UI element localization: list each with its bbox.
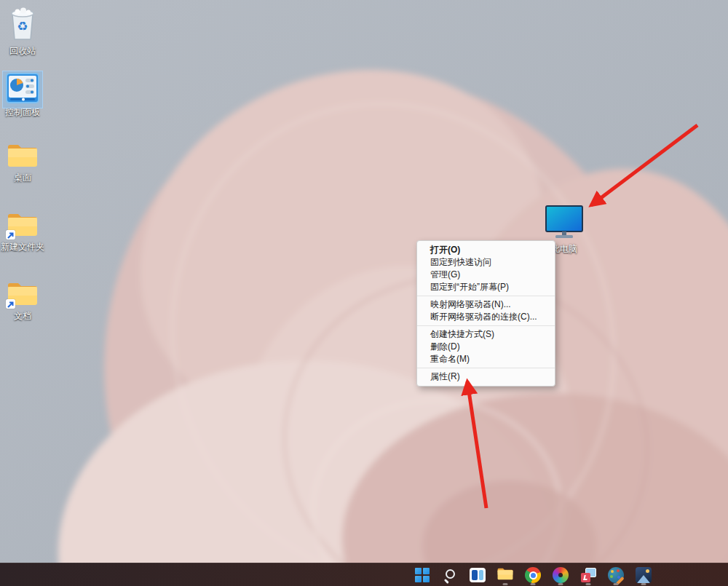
menu-item-pin-to-start[interactable]: 固定到“开始”屏幕(P) (417, 281, 555, 293)
desktop-icon-folder-docs[interactable]: 文档 (0, 280, 50, 321)
task-view-button[interactable] (467, 565, 488, 585)
menu-item-open[interactable]: 打开(O) (417, 244, 555, 256)
menu-item-delete[interactable]: 删除(D) (417, 341, 555, 353)
running-indicator (614, 583, 619, 585)
desktop-icon-control-panel[interactable]: 控制面板 (0, 73, 50, 117)
search-button[interactable] (440, 565, 460, 585)
file-explorer-button[interactable] (495, 565, 515, 585)
icon-label: 控制面板 (0, 108, 50, 117)
running-indicator (531, 583, 536, 585)
screenshot-tool-button[interactable] (578, 565, 598, 585)
running-indicator (558, 583, 563, 585)
control-panel-icon (6, 73, 39, 106)
paint-palette-icon (608, 567, 624, 583)
menu-item-map-network-drive[interactable]: 映射网络驱动器(N)... (417, 298, 555, 311)
menu-item-rename[interactable]: 重命名(M) (417, 353, 555, 365)
menu-item-disconnect-network-drive[interactable]: 断开网络驱动器的连接(C)... (417, 311, 555, 323)
desktop-icon-folder-desktop[interactable]: 桌面 (0, 141, 50, 183)
icon-label: 桌面 (0, 173, 50, 183)
taskbar-icon-group (412, 563, 654, 586)
desktop: ♻ 回收站 控制面板 (0, 0, 728, 586)
desktop-icon-folder-new[interactable]: 新建文件夹 (0, 210, 50, 252)
chrome-button[interactable] (523, 565, 543, 585)
photos-button[interactable] (633, 565, 654, 585)
folder-shortcut-icon (6, 210, 39, 241)
taskbar (0, 563, 728, 586)
start-button[interactable] (412, 565, 432, 585)
menu-item-create-shortcut[interactable]: 创建快捷方式(S) (417, 328, 555, 341)
running-indicator (586, 583, 591, 585)
paint-palette-button[interactable] (606, 565, 626, 585)
icon-label: 回收站 (0, 47, 50, 56)
folder-shortcut-icon (6, 280, 39, 310)
icon-label: 新建文件夹 (0, 242, 50, 252)
wallpaper-bloom (0, 0, 728, 563)
windows-start-icon (415, 568, 430, 582)
shortcut-arrow-icon (6, 299, 15, 309)
color-wheel-app-button[interactable] (550, 565, 571, 585)
photos-icon (636, 567, 652, 583)
desktop-icon-recycle-bin[interactable]: ♻ 回收站 (0, 4, 50, 56)
menu-separator (417, 296, 555, 296)
icon-label: 文档 (0, 312, 50, 321)
running-indicator (503, 583, 508, 585)
recycle-bin-icon: ♻ (7, 4, 39, 45)
context-menu: 打开(O) 固定到快速访问 管理(G) 固定到“开始”屏幕(P) 映射网络驱动器… (416, 240, 555, 387)
file-explorer-icon (496, 566, 514, 584)
menu-separator (417, 368, 555, 368)
menu-item-manage[interactable]: 管理(G) (417, 269, 555, 281)
screenshot-tool-icon (580, 567, 596, 583)
task-view-icon (470, 568, 486, 582)
search-icon (443, 568, 457, 582)
menu-item-properties[interactable]: 属性(R) (417, 371, 555, 383)
running-indicator (641, 583, 646, 585)
menu-separator (417, 325, 555, 326)
menu-item-pin-quick-access[interactable]: 固定到快速访问 (417, 256, 555, 269)
shortcut-arrow-icon (6, 230, 15, 239)
folder-icon (6, 141, 39, 172)
color-wheel-icon (553, 567, 569, 583)
chrome-icon (525, 567, 541, 583)
svg-text:♻: ♻ (17, 20, 28, 33)
